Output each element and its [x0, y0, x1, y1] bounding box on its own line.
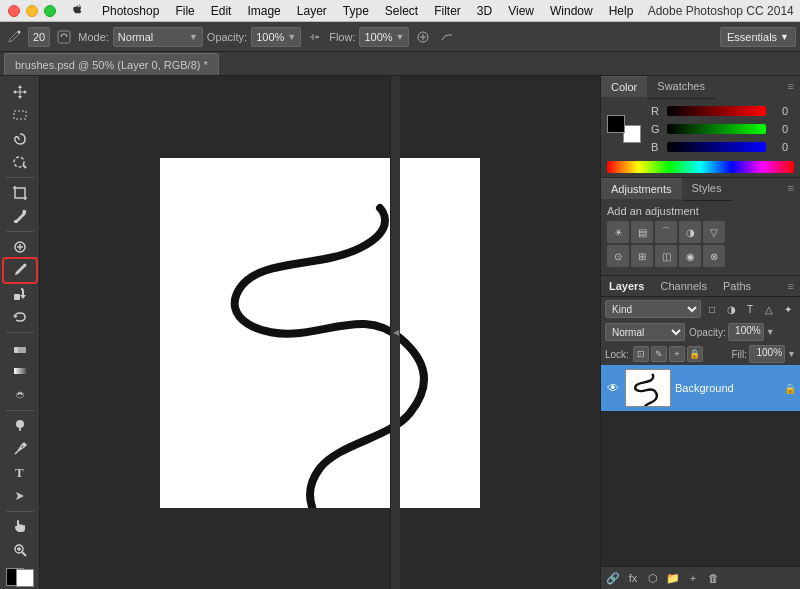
crop-tool[interactable]	[4, 181, 36, 205]
lock-paint-icon[interactable]: ✎	[651, 346, 667, 362]
lock-transparent-icon[interactable]: ⊡	[633, 346, 649, 362]
fill-value[interactable]: 100%	[749, 345, 785, 363]
adj-panel-menu[interactable]: ≡	[782, 178, 800, 201]
menu-photoshop[interactable]: Photoshop	[94, 0, 167, 22]
history-brush-tool[interactable]	[4, 306, 36, 330]
curves-adj-icon[interactable]: ⌒	[655, 221, 677, 243]
color-tab[interactable]: Color	[601, 76, 647, 99]
toolbar-separator-5	[6, 511, 34, 512]
new-layer-icon[interactable]: +	[685, 570, 701, 586]
fg-chip[interactable]	[607, 115, 625, 133]
color-panel-menu[interactable]: ≡	[782, 76, 800, 99]
layers-tab[interactable]: Layers	[601, 276, 652, 296]
menu-3d[interactable]: 3D	[469, 0, 500, 22]
essentials-button[interactable]: Essentials ▼	[720, 27, 796, 47]
canvas-area[interactable]: ◀	[40, 76, 600, 589]
zoom-tool[interactable]	[4, 538, 36, 562]
brush-picker-icon[interactable]	[54, 27, 74, 47]
b-slider[interactable]	[667, 142, 766, 152]
add-mask-icon[interactable]: ⬡	[645, 570, 661, 586]
blur-tool[interactable]	[4, 383, 36, 407]
quick-select-tool[interactable]	[4, 151, 36, 175]
exposure-adj-icon[interactable]: ◑	[679, 221, 701, 243]
canvas[interactable]	[160, 158, 480, 508]
menu-edit[interactable]: Edit	[203, 0, 240, 22]
color-chips[interactable]	[4, 566, 36, 589]
lock-position-icon[interactable]: +	[669, 346, 685, 362]
text-filter-icon[interactable]: T	[742, 301, 758, 317]
menu-window[interactable]: Window	[542, 0, 601, 22]
color-balance-adj-icon[interactable]: ⊞	[631, 245, 653, 267]
levels-adj-icon[interactable]: ▤	[631, 221, 653, 243]
spectrum-bar[interactable]	[607, 161, 794, 173]
mode-select[interactable]: Normal ▼	[113, 27, 203, 47]
menu-type[interactable]: Type	[335, 0, 377, 22]
kind-select[interactable]: Kind	[605, 300, 701, 318]
opacity-value[interactable]: 100%	[728, 323, 764, 341]
styles-tab[interactable]: Styles	[682, 178, 732, 201]
layer-row-background[interactable]: 👁 Background 🔒	[601, 365, 800, 411]
bw-adj-icon[interactable]: ◫	[655, 245, 677, 267]
gradient-tool[interactable]	[4, 360, 36, 384]
text-tool[interactable]: T	[4, 461, 36, 485]
marquee-tool[interactable]	[4, 104, 36, 128]
delete-layer-icon[interactable]: 🗑	[705, 570, 721, 586]
hue-sat-adj-icon[interactable]: ⊙	[607, 245, 629, 267]
hand-tool[interactable]	[4, 515, 36, 539]
minimize-button[interactable]	[26, 5, 38, 17]
photo-filter-adj-icon[interactable]: ◉	[679, 245, 701, 267]
menu-layer[interactable]: Layer	[289, 0, 335, 22]
swatches-tab[interactable]: Swatches	[647, 76, 715, 99]
paths-tab[interactable]: Paths	[715, 276, 759, 296]
layer-visibility-icon[interactable]: 👁	[605, 380, 621, 396]
menu-image[interactable]: Image	[239, 0, 288, 22]
eyedropper-tool[interactable]	[4, 205, 36, 229]
brush-tool[interactable]	[4, 259, 36, 283]
adjustments-tab[interactable]: Adjustments	[601, 178, 682, 201]
close-button[interactable]	[8, 5, 20, 17]
new-group-icon[interactable]: 📁	[665, 570, 681, 586]
r-slider[interactable]	[667, 106, 766, 116]
move-tool[interactable]	[4, 80, 36, 104]
maximize-button[interactable]	[44, 5, 56, 17]
brush-size-input[interactable]: 20	[28, 27, 50, 47]
document-tab[interactable]: brushes.psd @ 50% (Layer 0, RGB/8) *	[4, 53, 219, 75]
menu-help[interactable]: Help	[601, 0, 642, 22]
lasso-tool[interactable]	[4, 127, 36, 151]
apple-menu[interactable]	[64, 4, 94, 18]
background-color[interactable]	[16, 569, 34, 587]
menu-view[interactable]: View	[500, 0, 542, 22]
menu-filter[interactable]: Filter	[426, 0, 469, 22]
pen-tool[interactable]	[4, 437, 36, 461]
g-slider[interactable]	[667, 124, 766, 134]
brightness-adj-icon[interactable]: ☀	[607, 221, 629, 243]
add-style-icon[interactable]: fx	[625, 570, 641, 586]
vibrance-adj-icon[interactable]: ▽	[703, 221, 725, 243]
bg-chip[interactable]	[623, 125, 641, 143]
channel-mixer-adj-icon[interactable]: ⊗	[703, 245, 725, 267]
link-layers-icon[interactable]: 🔗	[605, 570, 621, 586]
pixel-filter-icon[interactable]: □	[704, 301, 720, 317]
flow-input[interactable]: 100% ▼	[359, 27, 409, 47]
airbrush-icon[interactable]	[305, 27, 325, 47]
stylus-pressure-icon[interactable]	[413, 27, 433, 47]
lock-all-icon[interactable]: 🔒	[687, 346, 703, 362]
dodge-tool[interactable]	[4, 413, 36, 437]
menu-select[interactable]: Select	[377, 0, 426, 22]
blend-mode-select[interactable]: Normal	[605, 323, 685, 341]
smart-filter-icon[interactable]: ✦	[780, 301, 796, 317]
menu-file[interactable]: File	[167, 0, 202, 22]
clone-stamp-tool[interactable]	[4, 282, 36, 306]
fg-bg-chips[interactable]	[607, 115, 641, 143]
layers-panel-menu[interactable]: ≡	[782, 276, 800, 296]
opacity-input[interactable]: 100% ▼	[251, 27, 301, 47]
panel-collapse-strip[interactable]: ◀	[390, 76, 400, 589]
path-selection-tool[interactable]	[4, 484, 36, 508]
heal-tool[interactable]	[4, 235, 36, 259]
eraser-tool[interactable]	[4, 336, 36, 360]
smooth-icon[interactable]	[437, 27, 457, 47]
shape-filter-icon[interactable]: △	[761, 301, 777, 317]
channels-tab[interactable]: Channels	[652, 276, 714, 296]
svg-line-18	[22, 552, 26, 556]
adjustment-filter-icon[interactable]: ◑	[723, 301, 739, 317]
